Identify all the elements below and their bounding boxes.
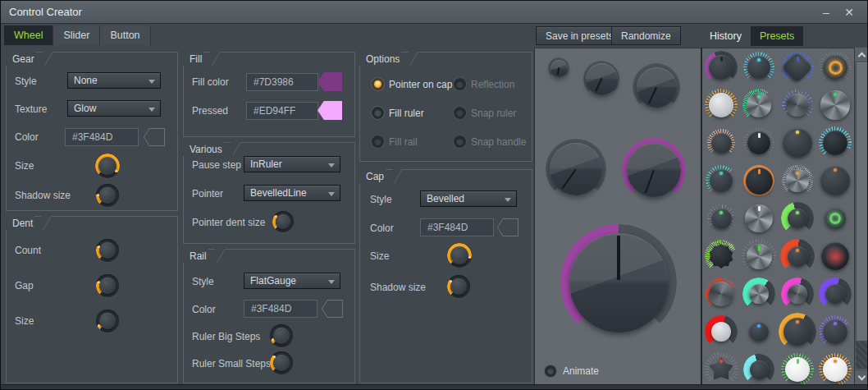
preset-knob[interactable] <box>704 352 738 387</box>
scrollbar-thumb[interactable] <box>856 62 868 342</box>
preview-knob[interactable] <box>548 57 569 79</box>
preset-knob[interactable] <box>743 165 774 196</box>
pressed-color-input[interactable]: #ED94FF <box>246 102 318 120</box>
preset-knob[interactable] <box>705 89 738 122</box>
option-fill-ruler[interactable]: Fill ruler <box>372 107 424 119</box>
preset-knob[interactable] <box>779 313 816 351</box>
preset-knob[interactable] <box>705 278 738 310</box>
preset-knob[interactable] <box>819 51 852 84</box>
presets-scrollbar[interactable] <box>854 48 868 385</box>
scroll-down-button[interactable] <box>855 371 868 385</box>
animate-toggle[interactable]: Animate <box>545 365 599 377</box>
preset-knob[interactable] <box>705 315 738 348</box>
preset-knob[interactable] <box>743 127 774 158</box>
option-pointer-on-cap[interactable]: Pointer on cap <box>372 78 452 90</box>
fill-color-input[interactable]: #7D3986 <box>246 73 318 91</box>
gear-texture-select[interactable]: Glow <box>67 100 161 117</box>
preset-knob[interactable] <box>781 51 814 84</box>
preset-knob[interactable] <box>782 165 813 196</box>
radio-led[interactable] <box>372 135 384 148</box>
title-bar[interactable]: Control Creator – ✕ <box>1 1 867 24</box>
randomize-button[interactable]: Randomize <box>611 26 681 45</box>
preset-knob[interactable] <box>781 353 814 386</box>
tab-button[interactable]: Button <box>100 25 150 45</box>
tab-wheel[interactable]: Wheel <box>4 25 53 45</box>
preset-knob[interactable] <box>743 203 774 234</box>
gear-size-knob[interactable] <box>95 154 120 178</box>
preview-knob[interactable] <box>633 63 680 111</box>
radio-led[interactable] <box>372 107 384 119</box>
preset-knob[interactable] <box>820 241 851 272</box>
tab-slider[interactable]: Slider <box>53 25 100 45</box>
radio-led[interactable] <box>454 78 466 90</box>
gear-shadow-knob[interactable] <box>96 184 119 207</box>
save-in-presets-button[interactable]: Save in presets <box>536 26 624 45</box>
rail-color-input[interactable]: #3F484D <box>244 300 318 318</box>
swatch-empty <box>498 219 518 236</box>
preset-knob[interactable] <box>705 240 738 273</box>
tab-presets[interactable]: Presets <box>751 26 803 46</box>
dent-size-knob[interactable] <box>96 310 119 333</box>
gear-color-swatch[interactable] <box>144 128 165 146</box>
option-reflection[interactable]: Reflection <box>454 78 514 90</box>
scroll-up-button[interactable] <box>855 48 868 62</box>
preset-knob[interactable] <box>819 164 852 197</box>
rail-style-select[interactable]: FlatGauge <box>244 273 340 289</box>
pressed-color-swatch[interactable] <box>318 101 342 120</box>
close-icon[interactable]: ✕ <box>841 5 857 20</box>
preset-knob[interactable] <box>781 126 814 159</box>
cap-color-input[interactable]: #3F484D <box>420 218 494 236</box>
preset-knob[interactable] <box>706 165 737 196</box>
preset-knob[interactable] <box>823 206 847 231</box>
dent-count-knob[interactable] <box>96 239 119 262</box>
preset-knob[interactable] <box>707 129 735 157</box>
preset-knob[interactable] <box>782 89 813 121</box>
preset-pointer <box>797 359 799 364</box>
preset-knob[interactable] <box>819 126 852 159</box>
rail-color-swatch[interactable] <box>322 300 343 318</box>
knob-pointer <box>645 170 655 194</box>
ruler-small-steps-knob[interactable] <box>270 351 293 374</box>
option-fill-rail[interactable]: Fill rail <box>372 135 418 148</box>
ruler-big-steps-knob[interactable] <box>270 324 293 347</box>
cap-shadow-knob[interactable] <box>447 275 470 298</box>
pause-step-select[interactable]: InRuler <box>244 156 340 172</box>
animate-led[interactable] <box>545 365 556 377</box>
scrollbar-track[interactable] <box>856 342 868 369</box>
preset-knob[interactable] <box>742 89 775 122</box>
minimize-icon[interactable]: – <box>818 5 834 20</box>
preset-knob[interactable] <box>743 354 774 385</box>
preset-knob[interactable] <box>819 89 852 122</box>
fill-color-swatch[interactable] <box>318 72 342 91</box>
radio-led[interactable] <box>454 135 466 148</box>
preset-knob[interactable] <box>742 278 775 310</box>
preview-knob[interactable] <box>622 138 686 202</box>
cap-style-select[interactable]: Bevelled <box>420 190 517 207</box>
option-snap-handle[interactable]: Snap handle <box>454 135 526 148</box>
preview-knob[interactable] <box>546 139 606 200</box>
preset-knob[interactable] <box>819 315 852 348</box>
dent-gap-knob[interactable] <box>96 274 119 297</box>
preset-knob[interactable] <box>780 239 815 273</box>
cap-size-knob[interactable] <box>447 243 472 268</box>
preset-knob[interactable] <box>742 239 776 273</box>
option-snap-ruler[interactable]: Snap ruler <box>454 107 516 119</box>
tab-history[interactable]: History <box>701 26 751 46</box>
cap-color-swatch[interactable] <box>497 218 519 236</box>
gear-style-select[interactable]: None <box>67 72 161 89</box>
preset-knob[interactable] <box>781 202 814 235</box>
preset-knob[interactable] <box>705 51 738 84</box>
preset-knob[interactable] <box>781 278 814 310</box>
radio-led[interactable] <box>454 107 466 119</box>
preset-knob[interactable] <box>819 278 852 310</box>
preset-knob[interactable] <box>819 353 852 386</box>
pointer-dent-size-knob[interactable] <box>272 211 294 232</box>
preview-knob[interactable] <box>560 224 677 341</box>
preset-knob[interactable] <box>747 320 770 343</box>
gear-color-input[interactable]: #3F484D <box>65 128 139 146</box>
pointer-select[interactable]: BevelledLine <box>244 185 340 201</box>
preset-knob[interactable] <box>743 52 774 83</box>
radio-led[interactable] <box>372 78 384 90</box>
preview-knob[interactable] <box>583 61 619 97</box>
preset-knob[interactable] <box>707 204 735 232</box>
